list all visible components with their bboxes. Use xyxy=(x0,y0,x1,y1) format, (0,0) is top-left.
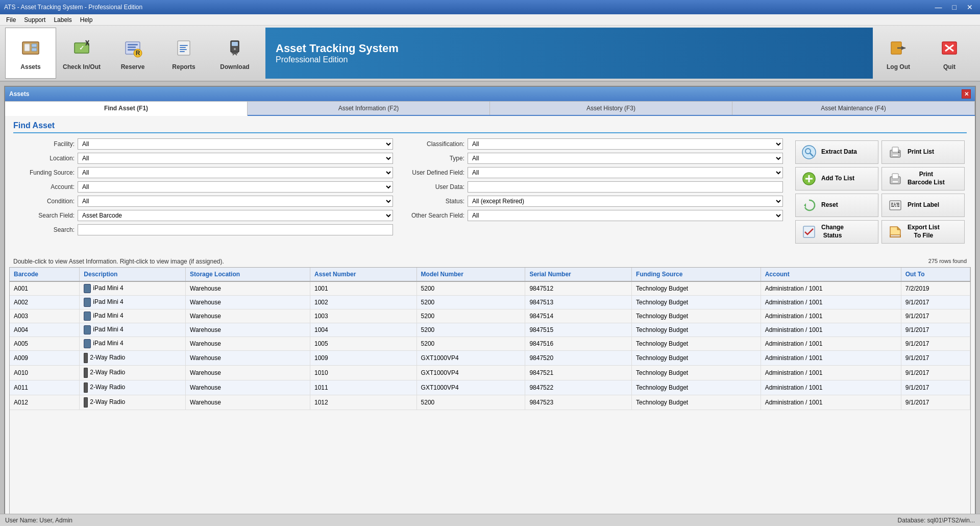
print-label-button[interactable]: Print Label xyxy=(881,194,965,217)
svg-rect-15 xyxy=(180,45,188,46)
cell-serial-number: 9847515 xyxy=(525,323,632,337)
toolbar-btn-quit[interactable]: Quit xyxy=(924,28,975,79)
cell-account: Administration / 1001 xyxy=(761,323,901,337)
svg-rect-45 xyxy=(890,201,901,210)
search-field-label: Search Field: xyxy=(13,212,75,219)
cell-barcode: A005 xyxy=(10,337,80,351)
cell-description: 2-Way Radio xyxy=(80,395,186,410)
tab-asset-info[interactable]: Asset Information (F2) xyxy=(248,101,490,115)
cell-storage-location: Warehouse xyxy=(186,281,310,296)
close-button[interactable]: ✕ xyxy=(964,2,976,12)
cell-account: Administration / 1001 xyxy=(761,395,901,410)
cell-funding-source: Technology Budget xyxy=(632,380,761,395)
funding-source-select[interactable]: All xyxy=(78,167,393,178)
account-select[interactable]: All xyxy=(78,181,393,193)
add-to-list-icon xyxy=(801,171,817,187)
user-data-row: User Data: xyxy=(403,181,783,193)
search-row: Search: xyxy=(13,224,393,235)
search-field-select[interactable]: Asset Barcode xyxy=(78,210,393,221)
col-barcode: Barcode xyxy=(10,268,80,281)
cell-out-to: 7/2/2019 xyxy=(901,281,970,296)
cell-model-number: 5200 xyxy=(416,323,525,337)
assets-table: Barcode Description Storage Location Ass… xyxy=(10,268,970,410)
table-container[interactable]: Barcode Description Storage Location Ass… xyxy=(9,267,971,526)
toolbar-btn-reports[interactable]: Reports xyxy=(158,28,209,79)
cell-model-number: 5200 xyxy=(416,337,525,351)
cell-funding-source: Technology Budget xyxy=(632,337,761,351)
cell-out-to: 9/1/2017 xyxy=(901,309,970,323)
window-close-button[interactable]: ✕ xyxy=(962,89,971,99)
toolbar-quit-label: Quit xyxy=(943,63,955,70)
cell-asset-number: 1012 xyxy=(310,395,416,410)
table-row[interactable]: A001 iPad Mini 4 Warehouse 1001 5200 984… xyxy=(10,281,970,296)
search-label: Search: xyxy=(13,226,75,233)
toolbar-logout-label: Log Out xyxy=(887,63,910,70)
menu-support[interactable]: Support xyxy=(20,15,50,25)
reset-button[interactable]: Reset xyxy=(795,194,878,217)
menu-help[interactable]: Help xyxy=(76,15,97,25)
type-select[interactable]: All xyxy=(468,153,783,164)
quit-icon xyxy=(937,36,962,60)
user-defined-select[interactable]: All xyxy=(468,167,783,178)
hint-area: Double-click to view Asset Information. … xyxy=(5,256,975,267)
cell-asset-number: 1010 xyxy=(310,366,416,380)
col-model-number: Model Number xyxy=(416,268,525,281)
find-asset-title: Find Asset xyxy=(13,121,967,133)
print-barcode-button[interactable]: PrintBarcode List xyxy=(881,167,965,190)
location-select[interactable]: All xyxy=(78,153,393,164)
classification-label: Classification: xyxy=(403,140,464,148)
toolbar-btn-assets[interactable]: Assets xyxy=(5,28,56,79)
title-bar-controls: — □ ✕ xyxy=(932,2,976,12)
table-row[interactable]: A009 2-Way Radio Warehouse 1009 GXT1000V… xyxy=(10,351,970,366)
maximize-button[interactable]: □ xyxy=(949,2,960,12)
extract-data-button[interactable]: Extract Data xyxy=(795,140,878,164)
extract-data-label: Extract Data xyxy=(821,148,857,156)
menu-labels[interactable]: Labels xyxy=(50,15,76,25)
user-data-input[interactable] xyxy=(468,181,783,193)
table-row[interactable]: A004 iPad Mini 4 Warehouse 1004 5200 984… xyxy=(10,323,970,337)
toolbar-btn-logout[interactable]: Log Out xyxy=(873,28,924,79)
col-funding-source: Funding Source xyxy=(632,268,761,281)
tab-find-asset[interactable]: Find Asset (F1) xyxy=(5,101,248,116)
export-list-button[interactable]: Export ListTo File xyxy=(881,220,965,244)
print-list-label: Print List xyxy=(908,148,934,156)
classification-select[interactable]: All xyxy=(468,138,783,150)
cell-asset-number: 1011 xyxy=(310,380,416,395)
cell-asset-number: 1009 xyxy=(310,351,416,366)
add-to-list-button[interactable]: Add To List xyxy=(795,167,878,190)
svg-rect-1 xyxy=(24,44,30,51)
minimize-button[interactable]: — xyxy=(932,2,945,12)
other-search-select[interactable]: All xyxy=(468,210,783,221)
row-count: 275 rows found xyxy=(928,258,967,265)
tab-asset-maintenance[interactable]: Asset Maintenance (F4) xyxy=(732,101,975,115)
cell-out-to: 9/1/2017 xyxy=(901,366,970,380)
change-status-button[interactable]: ChangeStatus xyxy=(795,220,878,244)
status-select[interactable]: All (except Retired) All Active Retired xyxy=(468,196,783,207)
cell-storage-location: Warehouse xyxy=(186,366,310,380)
toolbar-btn-download[interactable]: Download xyxy=(209,28,260,79)
brand-subtitle: Professional Edition xyxy=(276,55,863,64)
table-row[interactable]: A010 2-Way Radio Warehouse 1010 GXT1000V… xyxy=(10,366,970,380)
cell-storage-location: Warehouse xyxy=(186,351,310,366)
table-row[interactable]: A011 2-Way Radio Warehouse 1011 GXT1000V… xyxy=(10,380,970,395)
menu-file[interactable]: File xyxy=(2,15,20,25)
search-field-row: Search Field: Asset Barcode xyxy=(13,210,393,221)
search-input[interactable] xyxy=(78,224,393,235)
tab-asset-history[interactable]: Asset History (F3) xyxy=(490,101,732,115)
classification-row: Classification: All xyxy=(403,138,783,150)
table-row[interactable]: A003 iPad Mini 4 Warehouse 1003 5200 984… xyxy=(10,309,970,323)
svg-rect-10 xyxy=(128,46,136,48)
cell-serial-number: 9847514 xyxy=(525,309,632,323)
table-row[interactable]: A005 iPad Mini 4 Warehouse 1005 5200 984… xyxy=(10,337,970,351)
col-serial-number: Serial Number xyxy=(525,268,632,281)
location-label: Location: xyxy=(13,155,75,162)
svg-rect-35 xyxy=(892,147,898,152)
toolbar-btn-reserve[interactable]: R Reserve xyxy=(107,28,158,79)
toolbar-btn-checkinout[interactable]: ✓ Check In/Out xyxy=(56,28,107,79)
table-row[interactable]: A002 iPad Mini 4 Warehouse 1002 5200 984… xyxy=(10,296,970,309)
table-row[interactable]: A012 2-Way Radio Warehouse 1012 5200 984… xyxy=(10,395,970,410)
print-list-button[interactable]: Print List xyxy=(881,140,965,164)
facility-select[interactable]: All xyxy=(78,138,393,150)
condition-select[interactable]: All xyxy=(78,196,393,207)
status-bar: User Name: User, Admin Database: sql01\P… xyxy=(0,514,980,526)
